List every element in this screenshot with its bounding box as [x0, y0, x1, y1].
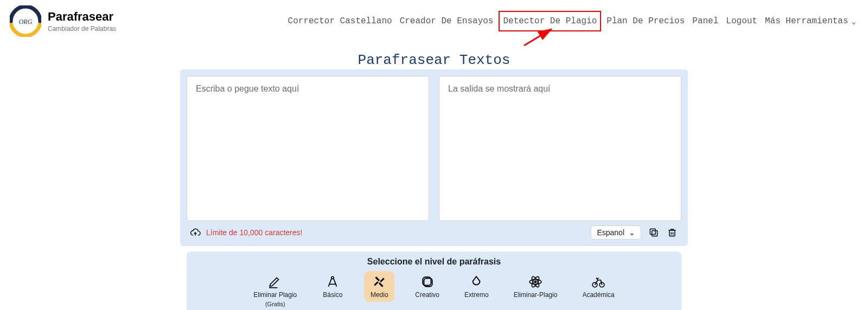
nav-logout[interactable]: Logout [724, 14, 760, 28]
layers-icon [420, 274, 435, 289]
nav-plan-precios[interactable]: Plan De Precios [604, 14, 687, 28]
svg-rect-6 [669, 230, 675, 236]
pen-icon [267, 274, 283, 289]
nav-panel[interactable]: Panel [690, 14, 720, 28]
language-select[interactable]: Espanol ⌄ [591, 225, 641, 240]
char-limit-text: Límite de 10,000 caracteres! [206, 228, 302, 237]
logo-title: Parafrasear [48, 10, 116, 24]
level-sublabel: (Gratis) [265, 301, 285, 307]
under-bar: Límite de 10,000 caracteres! Espanol ⌄ [187, 221, 681, 244]
output-placeholder: La salida se mostrará aquí [439, 76, 681, 101]
level-label: Eliminar-Plagio [514, 292, 558, 299]
page-title: Parafrasear Textos [0, 52, 868, 68]
level-label: Creativo [415, 292, 439, 299]
copy-icon[interactable] [648, 227, 660, 238]
level-title: Seleccione el nivel de paráfrasis [192, 257, 676, 267]
compass-icon [325, 274, 340, 289]
nav-detector-plagio[interactable]: Detector De Plagio [499, 11, 601, 31]
svg-rect-5 [650, 229, 655, 234]
logo[interactable]: ORG Parafrasear Cambiador de Palabras [10, 5, 116, 37]
bike-icon [591, 274, 606, 289]
levels-row: Eliminar Plagio (Gratis) Básico Medio Cr… [192, 271, 676, 310]
output-pane: La salida se mostrará aquí [439, 76, 681, 221]
level-label: Eliminar Plagio [253, 292, 297, 299]
input-placeholder: Escriba o pegue texto aquí [187, 76, 429, 101]
drop-icon [469, 274, 484, 289]
nav-mas-herramientas[interactable]: Más Herramientas ⌄ [763, 14, 858, 28]
level-eliminar-plagio[interactable]: Eliminar-Plagio [509, 271, 562, 302]
logo-text: Parafrasear Cambiador de Palabras [48, 10, 116, 33]
right-bar: Espanol ⌄ [591, 225, 678, 240]
level-eliminar-plagio-gratis[interactable]: Eliminar Plagio (Gratis) [249, 271, 301, 310]
upload-icon[interactable] [190, 227, 201, 238]
level-label: Extremo [464, 292, 489, 299]
trash-icon[interactable] [666, 227, 678, 238]
level-basico[interactable]: Básico [317, 271, 348, 302]
logo-icon: ORG [10, 5, 41, 37]
level-label: Medio [371, 292, 388, 299]
logo-subtitle: Cambiador de Palabras [48, 25, 116, 33]
language-selected-label: Espanol [597, 228, 624, 237]
svg-text:ORG: ORG [19, 18, 33, 25]
panes: Escriba o pegue texto aquí La salida se … [187, 76, 681, 221]
input-pane[interactable]: Escriba o pegue texto aquí [187, 76, 429, 221]
level-label: Académica [582, 292, 614, 299]
level-label: Básico [323, 292, 342, 299]
level-extremo[interactable]: Extremo [460, 271, 493, 302]
nav-creador-ensayos[interactable]: Creador De Ensayos [398, 14, 496, 28]
brush-cross-icon [372, 274, 387, 289]
svg-rect-4 [652, 231, 658, 236]
level-academica[interactable]: Académica [578, 271, 618, 302]
tool-container: Escriba o pegue texto aquí La salida se … [180, 69, 688, 246]
level-card: Seleccione el nivel de paráfrasis Elimin… [187, 251, 681, 310]
header: ORG Parafrasear Cambiador de Palabras Co… [0, 0, 868, 42]
level-creativo[interactable]: Creativo [411, 271, 444, 302]
nav-mas-herramientas-label: Más Herramientas [765, 16, 848, 26]
svg-point-7 [331, 276, 334, 279]
atom-icon [528, 274, 543, 289]
top-nav: Corrector Castellano Creador De Ensayos … [286, 11, 858, 31]
nav-corrector[interactable]: Corrector Castellano [286, 14, 394, 28]
chevron-down-icon: ⌄ [629, 228, 635, 237]
chevron-down-icon: ⌄ [852, 17, 856, 26]
svg-point-13 [534, 281, 536, 282]
level-medio[interactable]: Medio [364, 271, 394, 302]
